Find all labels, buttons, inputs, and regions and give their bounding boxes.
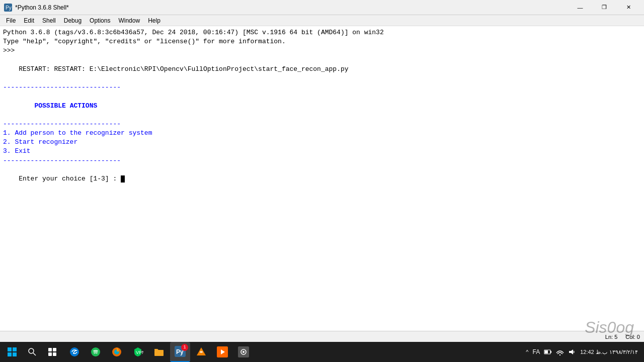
input-prompt-text: Enter your choice [1-3] : xyxy=(19,175,121,183)
menu-window[interactable]: Window xyxy=(114,16,144,25)
titlebar-left: Py *Python 3.6.8 Shell* xyxy=(4,4,69,12)
restart-line: RESTART: RESTART: E:\Electronic\RPI\Open… xyxy=(3,56,641,83)
titlebar-controls: — ❐ ✕ xyxy=(569,0,640,15)
menu-help[interactable]: Help xyxy=(144,16,165,25)
windows-icon xyxy=(8,347,17,356)
possible-actions-label: POSSIBLE ACTIONS xyxy=(3,92,641,120)
svg-text:Py: Py xyxy=(6,5,12,11)
svg-text:VPN: VPN xyxy=(136,350,143,355)
tray-battery[interactable] xyxy=(544,348,552,356)
speaker-icon xyxy=(568,348,576,356)
svg-rect-28 xyxy=(550,351,551,353)
menu-shell[interactable]: Shell xyxy=(38,16,60,25)
files-button[interactable] xyxy=(149,342,169,362)
taskbar-app-icons: VPN Py 1 xyxy=(64,342,254,362)
battery-icon xyxy=(544,348,552,356)
clock-date: ۱۳۹۸/۳/۲/۱۴ xyxy=(609,348,638,355)
dashes-top: ------------------------------ xyxy=(3,83,641,92)
svg-point-6 xyxy=(29,348,34,353)
menu-file[interactable]: File xyxy=(2,16,20,25)
cursor xyxy=(121,175,125,183)
files-icon xyxy=(153,346,165,357)
python-titlebar-icon: Py xyxy=(4,4,12,12)
taskbar-tray: ^ FA 12:42 ب.ظ xyxy=(526,348,642,356)
python-info-line: Type "help", "copyright", "credits" or "… xyxy=(3,37,641,46)
status-col: Col: 0 xyxy=(625,334,640,340)
status-ln: Ln: 5 xyxy=(605,334,617,340)
taskbar: VPN Py 1 xyxy=(0,342,644,362)
python-version-line: Python 3.6.8 (tags/v3.6.8:3c6b436a57, De… xyxy=(3,28,641,37)
tray-speaker[interactable] xyxy=(568,348,576,356)
vpn-icon: VPN xyxy=(132,346,143,357)
svg-rect-9 xyxy=(53,348,56,351)
titlebar: Py *Python 3.6.8 Shell* — ❐ ✕ xyxy=(0,0,644,15)
start-button[interactable] xyxy=(2,342,22,362)
taskbar-search-button[interactable] xyxy=(22,342,42,362)
clock-time: 12:42 ب.ظ xyxy=(580,348,607,355)
dashes-mid: ------------------------------ xyxy=(3,120,641,129)
edge-icon xyxy=(69,346,80,357)
svg-rect-4 xyxy=(8,352,12,356)
vlc2-icon xyxy=(217,346,228,357)
python-prompt-line: >>> xyxy=(3,46,641,55)
tray-network[interactable] xyxy=(556,348,564,356)
restart-label: RESTART: xyxy=(19,65,54,73)
svg-line-7 xyxy=(33,353,36,355)
titlebar-title: *Python 3.6.8 Shell* xyxy=(15,4,69,11)
svg-rect-5 xyxy=(13,352,17,356)
menu-item-1: 1. Add person to the recognizer system xyxy=(3,129,641,138)
svg-point-21 xyxy=(200,351,203,353)
statusbar: Ln: 5 Col: 0 xyxy=(0,331,644,342)
svg-rect-2 xyxy=(8,347,12,351)
lang-label: FA xyxy=(533,348,540,355)
svg-rect-3 xyxy=(13,347,17,351)
spotify-icon xyxy=(90,346,101,357)
vpn-button[interactable]: VPN xyxy=(128,342,148,362)
minimize-button[interactable]: — xyxy=(569,0,592,15)
svg-point-26 xyxy=(243,351,245,353)
svg-rect-10 xyxy=(48,352,52,356)
menu-options[interactable]: Options xyxy=(86,16,114,25)
firefox-button[interactable] xyxy=(107,342,127,362)
task-view-button[interactable] xyxy=(42,342,62,362)
tray-clock[interactable]: 12:42 ب.ظ ۱۳۹۸/۳/۲/۱۴ xyxy=(580,348,638,355)
svg-rect-31 xyxy=(569,351,571,353)
shell-content[interactable]: Python 3.6.8 (tags/v3.6.8:3c6b436a57, De… xyxy=(0,26,644,331)
tray-lang[interactable]: FA xyxy=(533,348,540,355)
vlc2-button[interactable] xyxy=(212,342,232,362)
menu-item-2: 2. Start recognizer xyxy=(3,138,641,147)
svg-rect-8 xyxy=(48,348,52,351)
svg-rect-11 xyxy=(53,352,56,356)
svg-point-30 xyxy=(559,354,560,355)
expand-icon: ^ xyxy=(526,349,528,355)
search-icon xyxy=(28,347,37,356)
vlc-icon xyxy=(196,346,207,357)
edge-button[interactable] xyxy=(64,342,85,362)
close-button[interactable]: ✕ xyxy=(617,0,640,15)
svg-rect-17 xyxy=(154,350,164,356)
menu-edit[interactable]: Edit xyxy=(20,16,38,25)
media-icon xyxy=(238,346,249,357)
menu-debug[interactable]: Debug xyxy=(60,16,86,25)
notification-badge: 1 xyxy=(181,344,188,351)
svg-rect-20 xyxy=(200,353,203,355)
spotify-button[interactable] xyxy=(86,342,106,362)
media-button[interactable] xyxy=(233,342,254,362)
svg-rect-29 xyxy=(545,350,548,353)
vlc-button[interactable] xyxy=(191,342,211,362)
input-prompt-line: Enter your choice [1-3] : xyxy=(3,165,641,193)
menu-item-3: 3. Exit xyxy=(3,147,641,156)
menubar: File Edit Shell Debug Options Window Hel… xyxy=(0,15,644,26)
restart-path: RESTART: E:\Electronic\RPI\Opencv\FullOp… xyxy=(54,65,348,73)
firefox-icon xyxy=(111,346,122,357)
maximize-button[interactable]: ❐ xyxy=(593,0,616,15)
task-view-icon xyxy=(48,347,57,356)
tray-expand[interactable]: ^ xyxy=(526,349,528,355)
dashes-bot: ------------------------------ xyxy=(3,156,641,165)
python-button[interactable]: Py 1 xyxy=(170,342,190,362)
network-icon xyxy=(556,348,564,356)
